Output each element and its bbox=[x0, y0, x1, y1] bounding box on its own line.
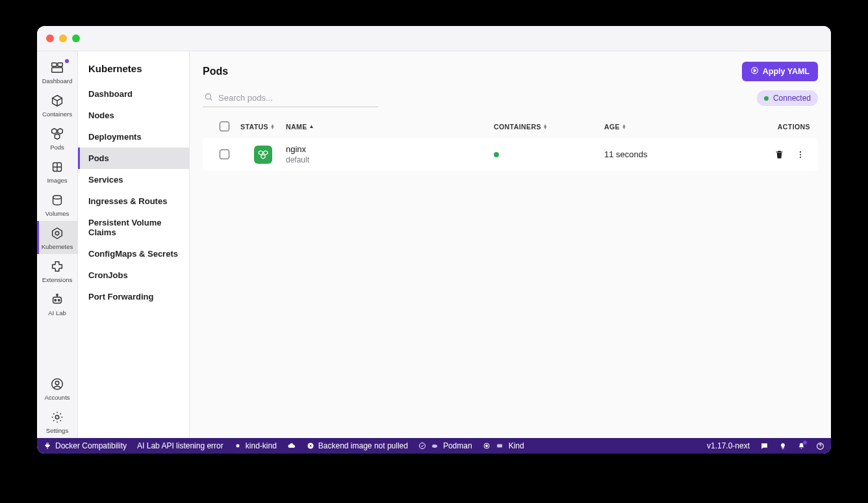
window-minimize-button[interactable] bbox=[59, 34, 67, 42]
sb-help-button[interactable] bbox=[816, 442, 824, 450]
cloud-small-icon bbox=[234, 442, 242, 450]
svg-point-21 bbox=[419, 443, 425, 449]
rail-label: Kubernetes bbox=[42, 243, 73, 250]
rail-label: AI Lab bbox=[48, 309, 66, 316]
rail-item-extensions[interactable]: Extensions bbox=[37, 254, 78, 287]
rail-item-volumes[interactable]: Volumes bbox=[37, 188, 78, 221]
sb-kind[interactable]: Kind bbox=[483, 441, 524, 450]
cloud-icon bbox=[287, 442, 296, 450]
cylinder-icon bbox=[49, 192, 65, 208]
app-body: Dashboard Containers Pods Images bbox=[37, 51, 831, 438]
connection-status-pill: Connected bbox=[757, 90, 818, 106]
svg-point-23 bbox=[433, 445, 434, 446]
th-age[interactable]: AGE ▲▼ bbox=[604, 123, 773, 131]
svg-point-15 bbox=[205, 94, 211, 99]
puzzle-icon bbox=[49, 259, 65, 274]
svg-point-10 bbox=[57, 294, 58, 296]
rail-item-ailab[interactable]: AI Lab bbox=[37, 287, 78, 320]
sidebar: Kubernetes Dashboard Nodes Deployments P… bbox=[78, 51, 190, 438]
delete-button[interactable] bbox=[774, 149, 784, 159]
pods-table: STATUS ▲▼ NAME ▲ CONTAINERS ▲▼ AGE ▲▼ bbox=[203, 118, 818, 171]
search-field[interactable] bbox=[203, 89, 378, 107]
rail-item-kubernetes[interactable]: Kubernetes bbox=[37, 221, 78, 254]
rail-item-settings[interactable]: Settings bbox=[37, 405, 78, 438]
rail-label: Accounts bbox=[44, 394, 70, 401]
row-checkbox[interactable] bbox=[220, 149, 229, 159]
sb-backend-not-pulled[interactable]: Backend image not pulled bbox=[307, 441, 408, 450]
titlebar bbox=[37, 26, 831, 51]
play-icon bbox=[750, 66, 759, 77]
sidebar-item-services[interactable]: Services bbox=[78, 169, 189, 190]
status-bar: Docker Compatibility AI Lab API listenin… bbox=[37, 438, 831, 454]
svg-rect-0 bbox=[52, 63, 57, 67]
kubernetes-icon bbox=[49, 226, 65, 241]
main-panel: Pods Apply YAML Connected bbox=[190, 51, 831, 438]
rail-label: Containers bbox=[42, 110, 72, 118]
sidebar-item-pods[interactable]: Pods bbox=[78, 148, 189, 169]
table-header: STATUS ▲▼ NAME ▲ CONTAINERS ▲▼ AGE ▲▼ bbox=[203, 118, 818, 135]
svg-point-6 bbox=[55, 231, 59, 235]
sb-podman[interactable]: Podman bbox=[418, 441, 472, 450]
container-status-dot-icon bbox=[494, 152, 499, 157]
select-all-checkbox[interactable] bbox=[220, 122, 229, 131]
apply-yaml-button[interactable]: Apply YAML bbox=[742, 62, 818, 81]
sidebar-item-ingresses-routes[interactable]: Ingresses & Routes bbox=[78, 190, 189, 212]
svg-point-19 bbox=[236, 445, 239, 448]
svg-point-22 bbox=[432, 445, 437, 448]
status-dot-icon bbox=[764, 96, 769, 101]
pods-icon bbox=[49, 126, 65, 142]
svg-point-17 bbox=[800, 153, 801, 155]
search-input[interactable] bbox=[218, 93, 377, 103]
th-name[interactable]: NAME ▲ bbox=[286, 123, 494, 131]
rail-item-dashboard[interactable]: Dashboard bbox=[37, 55, 78, 88]
dashboard-icon bbox=[49, 60, 65, 75]
nav-rail: Dashboard Containers Pods Images bbox=[37, 51, 78, 438]
sb-notifications-button[interactable] bbox=[797, 442, 806, 450]
svg-marker-5 bbox=[53, 228, 62, 239]
sidebar-item-deployments[interactable]: Deployments bbox=[78, 126, 189, 148]
sb-cloud[interactable] bbox=[287, 442, 296, 450]
sb-context-kind-kind[interactable]: kind-kind bbox=[234, 441, 277, 450]
sb-ailab-error[interactable]: AI Lab API listening error bbox=[137, 441, 223, 450]
sidebar-item-pvc[interactable]: Persistent Volume Claims bbox=[78, 212, 189, 243]
svg-point-12 bbox=[55, 381, 59, 385]
rail-item-pods[interactable]: Pods bbox=[37, 122, 78, 155]
sort-icon: ▲▼ bbox=[543, 124, 548, 129]
rail-item-accounts[interactable]: Accounts bbox=[37, 372, 78, 405]
rail-label: Volumes bbox=[45, 210, 69, 217]
rail-label: Dashboard bbox=[42, 77, 72, 84]
rail-label: Images bbox=[47, 177, 67, 184]
sort-icon: ▲▼ bbox=[270, 124, 275, 129]
record-icon bbox=[483, 442, 491, 450]
search-icon bbox=[204, 92, 213, 103]
th-actions: ACTIONS bbox=[778, 123, 813, 131]
rail-label: Pods bbox=[50, 144, 64, 151]
row-actions bbox=[774, 149, 813, 159]
sidebar-item-cronjobs[interactable]: CronJobs bbox=[78, 264, 189, 286]
table-row[interactable]: nginx default 11 seconds bbox=[203, 138, 818, 171]
robot-icon bbox=[49, 292, 65, 307]
app-window: Dashboard Containers Pods Images bbox=[37, 26, 831, 454]
th-status[interactable]: STATUS ▲▼ bbox=[240, 123, 286, 131]
sb-lightbulb-button[interactable] bbox=[779, 442, 787, 450]
sb-docker-compat[interactable]: Docker Compatibility bbox=[44, 441, 127, 450]
th-containers[interactable]: CONTAINERS ▲▼ bbox=[494, 123, 604, 131]
sidebar-item-dashboard[interactable]: Dashboard bbox=[78, 83, 189, 105]
check-circle-icon bbox=[418, 442, 426, 450]
svg-point-8 bbox=[55, 300, 56, 301]
sidebar-item-port-forwarding[interactable]: Port Forwarding bbox=[78, 286, 189, 307]
svg-point-4 bbox=[53, 196, 62, 200]
sort-icon: ▲▼ bbox=[622, 124, 626, 129]
user-circle-icon bbox=[49, 376, 65, 392]
window-zoom-button[interactable] bbox=[72, 34, 80, 42]
seal-icon bbox=[430, 442, 439, 450]
more-actions-button[interactable] bbox=[796, 150, 805, 159]
sb-feedback-button[interactable] bbox=[760, 442, 769, 450]
sidebar-item-nodes[interactable]: Nodes bbox=[78, 105, 189, 126]
sidebar-item-configmaps-secrets[interactable]: ConfigMaps & Secrets bbox=[78, 243, 189, 264]
main-header: Pods Apply YAML bbox=[203, 62, 818, 81]
window-close-button[interactable] bbox=[46, 34, 54, 42]
rail-item-images[interactable]: Images bbox=[37, 155, 78, 188]
rail-item-containers[interactable]: Containers bbox=[37, 88, 78, 122]
svg-point-25 bbox=[485, 445, 487, 447]
